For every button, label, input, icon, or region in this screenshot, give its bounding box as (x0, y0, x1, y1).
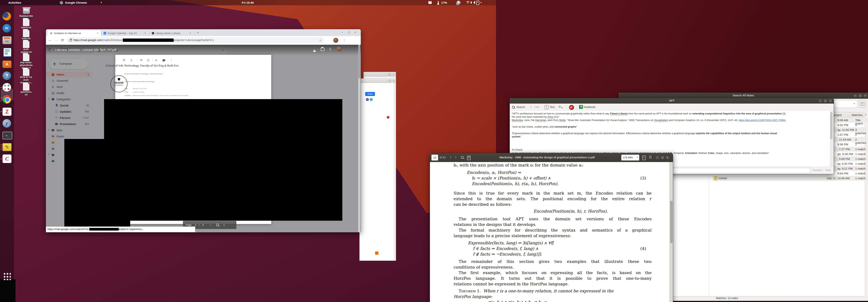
desktop-icon-todo[interactable]: todo.txt (16, 29, 37, 37)
history-forward-icon[interactable]: › (455, 155, 456, 159)
orange-shape-icon[interactable] (375, 251, 378, 255)
column-matches[interactable]: Matches (852, 113, 863, 116)
snooze-icon[interactable]: ◷ (147, 58, 149, 62)
battery-icon[interactable]: ✎ (476, 1, 479, 5)
print-icon[interactable] (321, 48, 324, 51)
search-history-caret-icon[interactable]: ▾ (854, 102, 855, 105)
dock-slack[interactable] (2, 83, 11, 92)
zoom-icon[interactable] (216, 224, 219, 226)
add-to-drive-icon[interactable] (313, 48, 316, 52)
overlay-avatar[interactable] (337, 46, 342, 52)
window-close-icon[interactable]: × (354, 31, 356, 34)
window-minimize-icon[interactable]: − (341, 31, 343, 34)
notebook-button[interactable]: Notebook (584, 105, 595, 109)
find-icon[interactable] (461, 156, 464, 159)
maximize-icon[interactable]: ▢ (389, 73, 391, 75)
note-row-viznet[interactable]: VizNet July 12, 10:45 AM 1 match (713, 176, 868, 180)
clover-indicator-icon[interactable]: ✖ (450, 1, 453, 4)
close-icon[interactable]: × (828, 99, 833, 103)
app-menu-button[interactable]: Google Chrome (65, 0, 87, 5)
scrollbar-thumb[interactable] (359, 45, 360, 78)
mark-unread-icon[interactable]: ✉ (140, 58, 143, 62)
tab-library[interactable]: L Library Home | Library × (150, 30, 194, 36)
annotate-icon[interactable]: ✎ (642, 156, 646, 160)
tab-gmail[interactable]: M Invitation to interview se × (48, 30, 101, 36)
back-icon[interactable]: ← (48, 38, 52, 42)
close-icon[interactable]: × (393, 79, 395, 82)
background-window-tall[interactable]: − ▢ × Share (360, 78, 396, 261)
delete-icon[interactable] (569, 105, 574, 110)
indicator-journal-icon[interactable]: ✎ (428, 1, 432, 4)
doi-link[interactable]: https://doi.org/10.1109/TVCG.2007.70594. (739, 119, 786, 122)
window-maximize-icon[interactable]: ▢ (348, 31, 350, 34)
clear-search-button[interactable]: × (859, 100, 866, 108)
dock-firefox[interactable] (2, 12, 11, 21)
find-next-button[interactable]: Next (826, 169, 831, 171)
new-tab-button[interactable]: + (197, 31, 199, 35)
pdf-scrollbar[interactable] (670, 162, 673, 302)
report-spam-icon[interactable]: ⊘ (123, 58, 125, 62)
flag-icon[interactable] (387, 116, 390, 119)
dock-help[interactable]: ? (2, 71, 11, 80)
bg-window-titlebar[interactable] (364, 72, 396, 77)
tab-close-icon[interactable]: × (144, 32, 146, 34)
dock-libreoffice[interactable] (2, 48, 11, 57)
clock[interactable]: Fri 10:45 (242, 0, 254, 5)
page-scrollbar[interactable] (358, 45, 360, 232)
history-back-icon[interactable]: ‹ (450, 155, 451, 159)
dock-chrome[interactable] (2, 95, 11, 104)
menu-icon[interactable]: ☰ (649, 155, 652, 159)
slack-indicator-icon[interactable] (457, 1, 460, 4)
scrollbar[interactable] (394, 83, 396, 261)
profile-avatar[interactable] (333, 38, 338, 43)
download-icon[interactable]: ⇓ (329, 47, 332, 51)
scrollbar-thumb[interactable] (830, 112, 833, 139)
archive-icon[interactable]: ↓ (115, 58, 117, 62)
tab-calendar[interactable]: 19 Google Calendar - July 20 × (102, 30, 149, 36)
more-options-icon[interactable]: ⋮ (170, 58, 173, 62)
move-to-icon[interactable]: ▸ (156, 58, 157, 62)
dock-zotero[interactable]: Z (2, 107, 11, 116)
maximize-icon[interactable]: ▢ (660, 156, 664, 160)
tab-close-icon[interactable]: × (97, 32, 99, 34)
minimize-icon[interactable]: − (387, 79, 388, 82)
close-icon[interactable]: × (393, 73, 394, 75)
dock-terminal[interactable]: >_ (2, 131, 11, 140)
dock-toolbox[interactable]: A (2, 60, 11, 69)
side-pane-icon[interactable] (467, 156, 471, 160)
search-button[interactable]: Search (516, 105, 525, 109)
apt-titlebar[interactable]: APT − ▢ × (510, 98, 834, 104)
share-button[interactable]: Share (365, 92, 375, 96)
browser-menu-icon[interactable]: ⋮ (342, 38, 346, 42)
zoom-in-icon[interactable]: + (223, 223, 225, 227)
dock-yed[interactable]: y (2, 119, 11, 128)
find-previous-button[interactable]: Previous (812, 169, 822, 171)
maximize-icon[interactable]: ▢ (858, 94, 862, 98)
zoom-level-dropdown[interactable]: 174.34% ∨ (621, 155, 639, 161)
desktop-icon-2019-draft-response[interactable]: 2019-07-13- draft- response... (16, 68, 37, 76)
page-current[interactable]: 1 (195, 224, 196, 226)
tray-caret-icon[interactable]: ▾ (480, 0, 482, 5)
show-applications-button[interactable] (3, 272, 11, 280)
dock-thunderbird[interactable]: ✉ (2, 24, 11, 33)
close-icon[interactable]: × (665, 156, 670, 160)
close-icon[interactable]: × (863, 94, 867, 98)
dock-pdf-reader[interactable]: C (2, 155, 11, 163)
dock-sticky-notes[interactable]: ✎ (2, 143, 11, 152)
wifi-icon[interactable] (466, 1, 470, 4)
link-button[interactable]: Link (534, 105, 539, 109)
note-scrollbar[interactable] (830, 111, 833, 167)
bookmark-star-icon[interactable]: ☆ (319, 38, 322, 42)
activities-button[interactable]: Activities (8, 0, 21, 5)
minimize-icon[interactable]: − (818, 99, 823, 103)
page-number-input[interactable]: 12 (432, 155, 438, 161)
desktop-icon-tmp-notes[interactable]: tmp-notes- physofnota tions.txt (16, 53, 37, 61)
reload-icon[interactable]: ⟳ (61, 38, 64, 42)
desktop-icon-draft-update[interactable]: draft- update.txt (16, 40, 37, 48)
maximize-icon[interactable]: ▢ (823, 99, 828, 103)
tools-gear-icon[interactable]: ⚙ (558, 105, 561, 109)
delete-icon[interactable]: ▯ (131, 58, 132, 62)
minimize-icon[interactable]: − (655, 156, 659, 160)
text-button[interactable]: Text (550, 105, 555, 109)
desktop-icon-watch-on[interactable]: watch.on (16, 18, 37, 26)
